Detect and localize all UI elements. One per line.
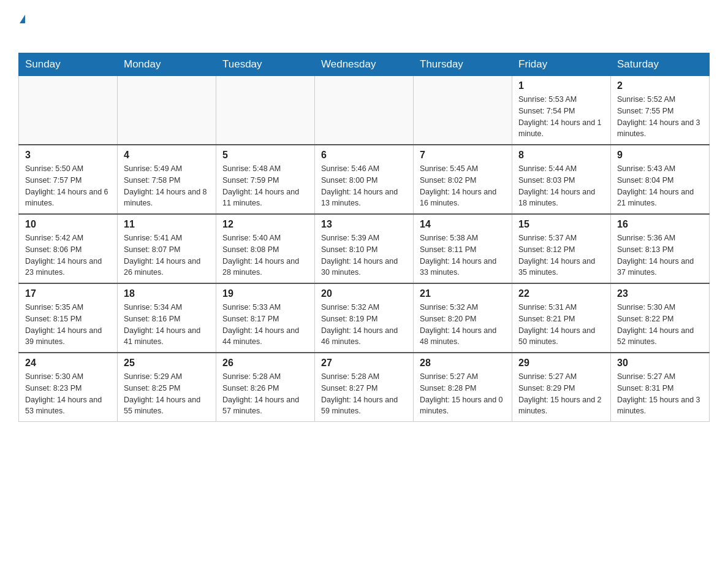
day-number: 24 — [25, 358, 111, 369]
day-sun-info: Sunrise: 5:30 AMSunset: 8:22 PMDaylight:… — [617, 302, 703, 348]
day-number: 9 — [617, 150, 703, 161]
page-header — [18, 12, 710, 42]
day-number: 16 — [617, 219, 703, 230]
day-sun-info: Sunrise: 5:42 AMSunset: 8:06 PMDaylight:… — [25, 232, 111, 278]
day-sun-info: Sunrise: 5:37 AMSunset: 8:12 PMDaylight:… — [518, 232, 604, 278]
calendar-header-row: SundayMondayTuesdayWednesdayThursdayFrid… — [19, 53, 710, 76]
day-sun-info: Sunrise: 5:50 AMSunset: 7:57 PMDaylight:… — [25, 163, 111, 209]
day-sun-info: Sunrise: 5:48 AMSunset: 7:59 PMDaylight:… — [222, 163, 308, 209]
day-number: 27 — [321, 358, 407, 369]
calendar-cell: 5Sunrise: 5:48 AMSunset: 7:59 PMDaylight… — [216, 145, 315, 214]
day-sun-info: Sunrise: 5:45 AMSunset: 8:02 PMDaylight:… — [420, 163, 506, 209]
day-number: 28 — [420, 358, 506, 369]
day-sun-info: Sunrise: 5:32 AMSunset: 8:20 PMDaylight:… — [420, 302, 506, 348]
calendar-cell: 12Sunrise: 5:40 AMSunset: 8:08 PMDayligh… — [216, 214, 315, 283]
calendar-cell: 16Sunrise: 5:36 AMSunset: 8:13 PMDayligh… — [611, 214, 710, 283]
calendar-cell — [118, 76, 216, 145]
day-number: 13 — [321, 219, 407, 230]
day-number: 1 — [518, 80, 604, 91]
day-of-week-header: Saturday — [611, 53, 710, 76]
calendar-cell — [19, 76, 118, 145]
calendar-cell: 21Sunrise: 5:32 AMSunset: 8:20 PMDayligh… — [414, 283, 512, 353]
day-number: 4 — [124, 150, 210, 161]
calendar-cell: 14Sunrise: 5:38 AMSunset: 8:11 PMDayligh… — [414, 214, 512, 283]
day-sun-info: Sunrise: 5:27 AMSunset: 8:31 PMDaylight:… — [617, 371, 703, 417]
day-number: 29 — [518, 358, 604, 369]
calendar-cell: 4Sunrise: 5:49 AMSunset: 7:58 PMDaylight… — [118, 145, 216, 214]
day-number: 15 — [518, 219, 604, 230]
calendar-cell: 25Sunrise: 5:29 AMSunset: 8:25 PMDayligh… — [118, 353, 216, 422]
day-sun-info: Sunrise: 5:30 AMSunset: 8:23 PMDaylight:… — [25, 371, 111, 417]
day-sun-info: Sunrise: 5:27 AMSunset: 8:29 PMDaylight:… — [518, 371, 604, 417]
calendar-cell: 11Sunrise: 5:41 AMSunset: 8:07 PMDayligh… — [118, 214, 216, 283]
day-sun-info: Sunrise: 5:36 AMSunset: 8:13 PMDaylight:… — [617, 232, 703, 278]
day-sun-info: Sunrise: 5:52 AMSunset: 7:55 PMDaylight:… — [617, 94, 703, 140]
calendar-cell: 7Sunrise: 5:45 AMSunset: 8:02 PMDaylight… — [414, 145, 512, 214]
day-number: 21 — [420, 288, 506, 299]
calendar-cell: 27Sunrise: 5:28 AMSunset: 8:27 PMDayligh… — [315, 353, 414, 422]
day-number: 12 — [222, 219, 308, 230]
calendar-cell — [414, 76, 512, 145]
day-number: 19 — [222, 288, 308, 299]
day-of-week-header: Sunday — [19, 53, 118, 76]
day-sun-info: Sunrise: 5:40 AMSunset: 8:08 PMDaylight:… — [222, 232, 308, 278]
day-number: 26 — [222, 358, 308, 369]
calendar-cell: 13Sunrise: 5:39 AMSunset: 8:10 PMDayligh… — [315, 214, 414, 283]
calendar-cell: 30Sunrise: 5:27 AMSunset: 8:31 PMDayligh… — [611, 353, 710, 422]
day-sun-info: Sunrise: 5:43 AMSunset: 8:04 PMDaylight:… — [617, 163, 703, 209]
day-sun-info: Sunrise: 5:31 AMSunset: 8:21 PMDaylight:… — [518, 302, 604, 348]
calendar-cell: 26Sunrise: 5:28 AMSunset: 8:26 PMDayligh… — [216, 353, 315, 422]
calendar-week-row: 1Sunrise: 5:53 AMSunset: 7:54 PMDaylight… — [19, 76, 710, 145]
calendar-cell: 29Sunrise: 5:27 AMSunset: 8:29 PMDayligh… — [512, 353, 611, 422]
logo — [18, 12, 25, 42]
calendar-cell: 23Sunrise: 5:30 AMSunset: 8:22 PMDayligh… — [611, 283, 710, 353]
calendar-cell: 18Sunrise: 5:34 AMSunset: 8:16 PMDayligh… — [118, 283, 216, 353]
calendar-cell: 17Sunrise: 5:35 AMSunset: 8:15 PMDayligh… — [19, 283, 118, 353]
calendar-cell: 1Sunrise: 5:53 AMSunset: 7:54 PMDaylight… — [512, 76, 611, 145]
logo-triangle-icon — [20, 15, 25, 23]
day-number: 22 — [518, 288, 604, 299]
calendar-cell: 9Sunrise: 5:43 AMSunset: 8:04 PMDaylight… — [611, 145, 710, 214]
day-sun-info: Sunrise: 5:35 AMSunset: 8:15 PMDaylight:… — [25, 302, 111, 348]
calendar-cell — [216, 76, 315, 145]
calendar-cell: 6Sunrise: 5:46 AMSunset: 8:00 PMDaylight… — [315, 145, 414, 214]
day-sun-info: Sunrise: 5:27 AMSunset: 8:28 PMDaylight:… — [420, 371, 506, 417]
calendar-week-row: 17Sunrise: 5:35 AMSunset: 8:15 PMDayligh… — [19, 283, 710, 353]
calendar-cell: 10Sunrise: 5:42 AMSunset: 8:06 PMDayligh… — [19, 214, 118, 283]
day-of-week-header: Wednesday — [315, 53, 414, 76]
day-sun-info: Sunrise: 5:49 AMSunset: 7:58 PMDaylight:… — [124, 163, 210, 209]
day-sun-info: Sunrise: 5:28 AMSunset: 8:27 PMDaylight:… — [321, 371, 407, 417]
day-sun-info: Sunrise: 5:53 AMSunset: 7:54 PMDaylight:… — [518, 94, 604, 140]
day-of-week-header: Monday — [118, 53, 216, 76]
day-number: 30 — [617, 358, 703, 369]
calendar-cell: 20Sunrise: 5:32 AMSunset: 8:19 PMDayligh… — [315, 283, 414, 353]
day-number: 6 — [321, 150, 407, 161]
day-of-week-header: Thursday — [414, 53, 512, 76]
day-number: 10 — [25, 219, 111, 230]
calendar-table: SundayMondayTuesdayWednesdayThursdayFrid… — [18, 53, 710, 422]
calendar-week-row: 10Sunrise: 5:42 AMSunset: 8:06 PMDayligh… — [19, 214, 710, 283]
day-sun-info: Sunrise: 5:44 AMSunset: 8:03 PMDaylight:… — [518, 163, 604, 209]
day-sun-info: Sunrise: 5:34 AMSunset: 8:16 PMDaylight:… — [124, 302, 210, 348]
day-sun-info: Sunrise: 5:38 AMSunset: 8:11 PMDaylight:… — [420, 232, 506, 278]
day-number: 8 — [518, 150, 604, 161]
calendar-cell: 24Sunrise: 5:30 AMSunset: 8:23 PMDayligh… — [19, 353, 118, 422]
day-number: 18 — [124, 288, 210, 299]
day-number: 7 — [420, 150, 506, 161]
day-sun-info: Sunrise: 5:41 AMSunset: 8:07 PMDaylight:… — [124, 232, 210, 278]
day-number: 11 — [124, 219, 210, 230]
calendar-cell: 22Sunrise: 5:31 AMSunset: 8:21 PMDayligh… — [512, 283, 611, 353]
day-sun-info: Sunrise: 5:39 AMSunset: 8:10 PMDaylight:… — [321, 232, 407, 278]
calendar-cell: 3Sunrise: 5:50 AMSunset: 7:57 PMDaylight… — [19, 145, 118, 214]
day-number: 23 — [617, 288, 703, 299]
day-number: 17 — [25, 288, 111, 299]
calendar-week-row: 3Sunrise: 5:50 AMSunset: 7:57 PMDaylight… — [19, 145, 710, 214]
calendar-cell: 28Sunrise: 5:27 AMSunset: 8:28 PMDayligh… — [414, 353, 512, 422]
calendar-cell: 8Sunrise: 5:44 AMSunset: 8:03 PMDaylight… — [512, 145, 611, 214]
day-of-week-header: Friday — [512, 53, 611, 76]
calendar-cell — [315, 76, 414, 145]
calendar-week-row: 24Sunrise: 5:30 AMSunset: 8:23 PMDayligh… — [19, 353, 710, 422]
calendar-cell: 2Sunrise: 5:52 AMSunset: 7:55 PMDaylight… — [611, 76, 710, 145]
day-number: 2 — [617, 80, 703, 91]
day-sun-info: Sunrise: 5:32 AMSunset: 8:19 PMDaylight:… — [321, 302, 407, 348]
